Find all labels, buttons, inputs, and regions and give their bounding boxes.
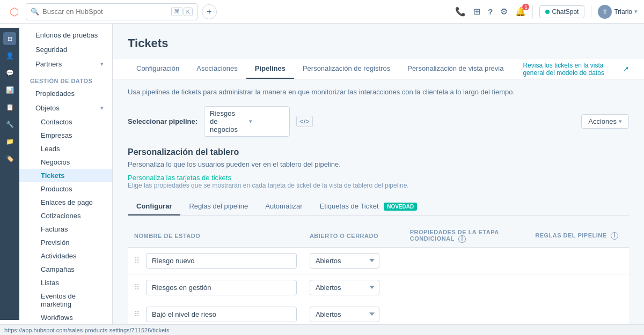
sidebar-mini-icon-3[interactable]: 💬 bbox=[3, 66, 16, 79]
tab-asociaciones[interactable]: Asociaciones bbox=[188, 59, 246, 79]
sub-tab-configurar[interactable]: Configurar bbox=[128, 198, 180, 215]
sidebar: ⊞ 👤 💬 📊 📋 🔧 📁 🏷️ Enforios de pruebas Seg… bbox=[0, 24, 113, 324]
sidebar-item-leads[interactable]: Leads bbox=[19, 142, 112, 155]
sidebar-item-enlaces[interactable]: Enlaces de pago bbox=[19, 196, 112, 209]
status-url: https://app.hubspot.com/sales-products-s… bbox=[4, 327, 170, 333]
sidebar-item-negocios[interactable]: Negocios bbox=[19, 155, 112, 169]
sidebar-item-partners[interactable]: Partners▾ bbox=[19, 57, 112, 71]
table-cell-props-0 bbox=[404, 247, 529, 274]
col-header-nombre: NOMBRE DE ESTADO bbox=[128, 225, 303, 248]
col-header-props: PROPIEDADES DE LA ETAPA CONDICIONAL i bbox=[404, 225, 529, 248]
sub-tab-reglas[interactable]: Reglas del pipeline bbox=[180, 198, 257, 215]
sidebar-item-objetos[interactable]: Objetos▾ bbox=[19, 101, 112, 115]
sidebar-mini-icon-5[interactable]: 📋 bbox=[3, 101, 16, 114]
partners-chevron-icon: ▾ bbox=[100, 61, 104, 68]
open-closed-select-0[interactable]: AbiertosCerrados bbox=[310, 253, 379, 269]
sidebar-section-header: Gestión de datos bbox=[19, 71, 112, 86]
state-input-2[interactable] bbox=[146, 307, 297, 322]
table-cell-open: AbiertosCerrados bbox=[303, 301, 404, 324]
sidebar-mini-icon-4[interactable]: 📊 bbox=[3, 84, 16, 96]
open-closed-select-2[interactable]: AbiertosCerrados bbox=[310, 307, 379, 322]
external-link-text: Revisa los tickets en la vista general d… bbox=[523, 62, 621, 77]
external-link-icon: ↗ bbox=[623, 65, 629, 73]
config-table: NOMBRE DE ESTADO ABIERTO O CERRADO PROPI… bbox=[128, 225, 629, 325]
chatspot-label: ChatSpot bbox=[552, 8, 579, 16]
sidebar-mini-icon-2[interactable]: 👤 bbox=[3, 49, 16, 62]
table-row: ⠿ AbiertosCerrados bbox=[128, 247, 629, 274]
search-icon: 🔍 bbox=[31, 8, 39, 16]
external-link[interactable]: Revisa los tickets en la vista general d… bbox=[512, 59, 629, 79]
main-content: Tickets Configuración Asociaciones Pipel… bbox=[113, 24, 644, 324]
customize-link[interactable]: Personaliza las tarjetas de tickets bbox=[128, 174, 231, 182]
search-shortcut: ⌘ K bbox=[171, 7, 193, 16]
sub-tab-etiquetas[interactable]: Etiquetas de Ticket NOVEDAD bbox=[311, 198, 426, 215]
sidebar-item-enforios[interactable]: Enforios de pruebas bbox=[19, 28, 112, 42]
props-info-icon[interactable]: i bbox=[458, 235, 466, 243]
sidebar-item-prevision[interactable]: Previsión bbox=[19, 236, 112, 249]
open-closed-select-1[interactable]: AbiertosCerrados bbox=[310, 280, 379, 295]
sidebar-item-tickets[interactable]: Tickets bbox=[19, 169, 112, 182]
actions-label: Acciones bbox=[588, 117, 617, 125]
sidebar-mini-icon-7[interactable]: 📁 bbox=[3, 135, 16, 148]
sidebar-item-cotizaciones[interactable]: Cotizaciones bbox=[19, 209, 112, 222]
table-cell-rules-1 bbox=[529, 274, 629, 301]
calendar-icon[interactable]: ⊞ bbox=[473, 6, 480, 17]
pipeline-label: Seleccionar pipeline: bbox=[128, 117, 197, 125]
sidebar-item-productos[interactable]: Productos bbox=[19, 182, 112, 196]
user-name: Triario bbox=[614, 8, 632, 16]
phone-icon[interactable]: 📞 bbox=[455, 6, 466, 17]
pipeline-dropdown-chevron-icon: ▾ bbox=[249, 118, 284, 125]
drag-handle-icon[interactable]: ⠿ bbox=[134, 283, 140, 292]
sidebar-mini-icon-1[interactable]: ⊞ bbox=[3, 32, 16, 45]
user-chevron-icon: ▾ bbox=[634, 8, 638, 15]
status-bar: https://app.hubspot.com/sales-products-s… bbox=[0, 324, 644, 335]
help-icon[interactable]: ? bbox=[488, 7, 493, 16]
tab-configuracion[interactable]: Configuración bbox=[128, 59, 188, 79]
notifications-icon[interactable]: 🔔 1 bbox=[515, 6, 526, 17]
top-navigation: ⬡ 🔍 ⌘ K + 📞 ⊞ ? ⚙ 🔔 1 ChatSpot T Triario… bbox=[0, 0, 644, 24]
sidebar-item-contactos[interactable]: Contactos bbox=[19, 115, 112, 129]
sidebar-item-empresas[interactable]: Empresas bbox=[19, 129, 112, 142]
pipeline-dropdown[interactable]: Riesgos de negocios ▾ bbox=[204, 106, 290, 137]
sidebar-item-facturas[interactable]: Facturas bbox=[19, 222, 112, 236]
sidebar-item-workflows[interactable]: Workflows bbox=[19, 311, 112, 320]
settings-icon[interactable]: ⚙ bbox=[500, 6, 508, 17]
sidebar-item-seguridad[interactable]: Seguridad bbox=[19, 42, 112, 57]
rules-info-icon[interactable]: i bbox=[611, 232, 618, 240]
sidebar-item-propiedades[interactable]: Propiedades bbox=[19, 86, 112, 101]
tablero-section: Personalización del tablero Personaliza … bbox=[128, 147, 629, 189]
tab-personalizacion-vista[interactable]: Personalización de vista previa bbox=[399, 59, 512, 79]
drag-handle-icon[interactable]: ⠿ bbox=[134, 256, 140, 265]
state-input-1[interactable] bbox=[146, 280, 297, 295]
main-tabs: Configuración Asociaciones Pipelines Per… bbox=[113, 59, 644, 79]
objetos-chevron-icon: ▾ bbox=[100, 105, 104, 111]
chatspot-button[interactable]: ChatSpot bbox=[539, 5, 584, 18]
sidebar-item-listas[interactable]: Listas bbox=[19, 276, 112, 289]
user-avatar: T bbox=[598, 5, 612, 19]
tab-personalizacion-registros[interactable]: Personalización de registros bbox=[294, 59, 399, 79]
col-header-abierto: ABIERTO O CERRADO bbox=[303, 225, 404, 248]
sub-tab-automatizar[interactable]: Automatizar bbox=[257, 198, 311, 215]
state-input-0[interactable] bbox=[146, 253, 297, 269]
sidebar-item-actividades[interactable]: Actividades bbox=[19, 249, 112, 263]
sidebar-item-campanas[interactable]: Campañas bbox=[19, 263, 112, 276]
sidebar-mini-icon-8[interactable]: 🏷️ bbox=[3, 152, 16, 165]
search-bar[interactable]: 🔍 ⌘ K bbox=[26, 3, 197, 20]
user-menu-button[interactable]: T Triario ▾ bbox=[598, 5, 638, 19]
sidebar-item-eventos[interactable]: Eventos de marketing bbox=[19, 289, 112, 311]
notification-badge: 1 bbox=[522, 4, 529, 10]
table-cell-rules-2 bbox=[529, 301, 629, 324]
sidebar-mini-icon-6[interactable]: 🔧 bbox=[3, 118, 16, 131]
nav-divider-2 bbox=[591, 5, 591, 18]
actions-chevron-icon: ▾ bbox=[619, 118, 622, 125]
search-input[interactable] bbox=[42, 8, 168, 16]
code-icon[interactable]: </> bbox=[296, 116, 313, 127]
table-row: ⠿ AbiertosCerrados bbox=[128, 301, 629, 324]
tab-pipelines[interactable]: Pipelines bbox=[246, 59, 294, 79]
customize-sub: Elige las propiedades que se mostrarán e… bbox=[128, 182, 629, 189]
actions-button[interactable]: Acciones ▾ bbox=[581, 114, 629, 129]
col-header-rules: REGLAS DEL PIPELINE i bbox=[529, 225, 629, 248]
table-cell-props-2 bbox=[404, 301, 529, 324]
drag-handle-icon[interactable]: ⠿ bbox=[134, 310, 140, 318]
add-button[interactable]: + bbox=[202, 4, 217, 19]
